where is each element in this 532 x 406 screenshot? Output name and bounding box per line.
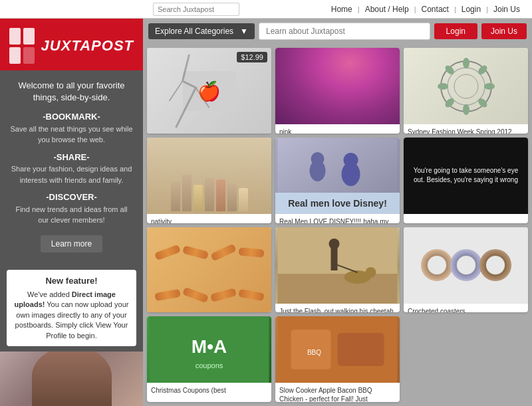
card-image xyxy=(147,138,271,214)
sidebar-bookmark-title: -BOOKMARK- xyxy=(9,110,134,124)
card-image: Real men love Disney! xyxy=(275,138,400,214)
sidebar-discover-desc: Find new trends and ideas from all our c… xyxy=(9,204,134,226)
svg-text:BBQ: BBQ xyxy=(307,349,321,356)
card-image xyxy=(404,48,528,124)
springroll xyxy=(238,247,264,257)
card-coasters: Crocheted coasters xyxy=(404,227,528,313)
learn-more-button[interactable]: Learn more xyxy=(41,235,102,253)
card-caption: nativity xyxy=(147,214,271,223)
svg-point-19 xyxy=(329,239,340,249)
svg-text:M•A: M•A xyxy=(192,336,227,357)
svg-point-9 xyxy=(438,83,448,90)
coaster xyxy=(425,253,449,277)
svg-point-15 xyxy=(344,153,358,167)
site-logo-text: JUXTAPOST xyxy=(41,39,134,53)
sidebar-bookmark-desc: Save all the neat things you see while y… xyxy=(9,124,134,146)
category-label: Explore All Categories xyxy=(155,27,233,36)
cards-grid: $12.99 🍎 Smashed laptop decal. $12.99. v… xyxy=(143,44,532,406)
card-image: M•A coupons xyxy=(147,316,271,383)
coasters-visual xyxy=(404,227,528,304)
cheetah-visual xyxy=(275,227,400,304)
springroll xyxy=(210,243,237,261)
springroll xyxy=(210,288,237,302)
nav-links: Home | About / Help | Contact | Login | … xyxy=(326,5,525,14)
logo-grid xyxy=(9,28,35,64)
search-area xyxy=(153,3,239,16)
figurine xyxy=(194,185,203,211)
card-laptop: $12.99 🍎 Smashed laptop decal. $12.99. v… xyxy=(147,48,271,134)
svg-rect-18 xyxy=(331,247,338,270)
card-chicken: BBQ Slow Cooker Apple Bacon BBQ Chicken … xyxy=(275,316,400,402)
nav-joinus[interactable]: Join Us xyxy=(488,5,525,14)
card-caption: Christmas Coupons (best xyxy=(147,383,271,398)
search-input[interactable] xyxy=(153,3,239,16)
svg-point-6 xyxy=(476,96,488,108)
sidebar-content: Welcome to all your favorite things, sid… xyxy=(0,70,143,264)
card-image xyxy=(404,227,528,304)
svg-point-8 xyxy=(444,96,456,108)
nativity-visual xyxy=(147,138,271,214)
springroll xyxy=(182,286,209,302)
sidebar-share-desc: Share your fashion, design ideas and int… xyxy=(9,163,134,185)
svg-rect-28 xyxy=(338,333,384,366)
quote-text: You're going to take someone's eye out. … xyxy=(410,166,521,185)
logo-cell xyxy=(23,47,35,64)
coaster xyxy=(483,253,507,277)
content-joinus-button[interactable]: Join Us xyxy=(481,23,527,39)
card-image xyxy=(275,227,400,304)
card-christmas: M•A coupons Christmas Coupons (best xyxy=(147,316,271,402)
top-navigation: Home | About / Help | Contact | Login | … xyxy=(0,0,532,19)
svg-point-2 xyxy=(454,74,478,98)
card-image: You're going to take someone's eye out. … xyxy=(404,138,528,214)
main-layout: JUXTAPOST Welcome to all your favorite t… xyxy=(0,19,532,406)
svg-point-4 xyxy=(476,64,488,76)
logo-cell xyxy=(9,28,21,45)
springrolls-visual xyxy=(147,227,271,313)
svg-point-3 xyxy=(463,58,469,68)
sidebar-bottom-image xyxy=(0,352,143,406)
logo-cell xyxy=(23,28,35,45)
card-caption: Slow Cooker Apple Bacon BBQ Chicken - pe… xyxy=(275,383,400,402)
new-feature-title: New feature! xyxy=(13,275,130,287)
category-dropdown[interactable]: Explore All Categories ▼ xyxy=(148,23,255,39)
logo-area: JUXTAPOST xyxy=(0,19,143,70)
coaster xyxy=(454,253,478,277)
card-caption: pink xyxy=(275,124,400,134)
nav-home[interactable]: Home xyxy=(326,5,358,14)
card-caption xyxy=(404,214,528,221)
figurine xyxy=(216,179,225,211)
card-image: $12.99 🍎 xyxy=(147,48,271,134)
card-caption: Real Men LOVE DISNEY!!!! haha my english… xyxy=(275,214,400,223)
nav-contact[interactable]: Contact xyxy=(416,5,454,14)
card-caption: Just the Flash, out walking his cheetah.… xyxy=(275,304,400,313)
sidebar-welcome: Welcome to all your favorite things, sid… xyxy=(9,80,134,104)
svg-point-5 xyxy=(484,83,495,90)
card-springrolls: Oven Baked Mozzarella Sticks using wonto… xyxy=(147,227,271,313)
springroll xyxy=(154,288,181,300)
card-image xyxy=(147,227,271,313)
content-area: Explore All Categories ▼ Login Join Us $… xyxy=(143,19,532,406)
card-cheetah: Just the Flash, out walking his cheetah.… xyxy=(275,227,400,313)
figurine xyxy=(227,183,237,211)
wreath-art xyxy=(404,48,528,124)
figurine xyxy=(239,188,248,211)
new-feature-box: New feature! We've added Direct image up… xyxy=(7,270,136,346)
sidebar-share-title: -SHARE- xyxy=(9,151,134,164)
content-login-button[interactable]: Login xyxy=(434,23,477,39)
logo-cell xyxy=(9,47,21,64)
card-quote: You're going to take someone's eye out. … xyxy=(404,138,528,223)
card-caption: Sydney Fashion Week Spring 2012 Street S… xyxy=(404,124,528,134)
svg-text:coupons: coupons xyxy=(196,361,223,369)
crack-overlay xyxy=(147,48,271,134)
learn-juxtapost-input[interactable] xyxy=(259,23,430,40)
svg-rect-17 xyxy=(278,274,398,304)
springroll xyxy=(154,244,181,260)
wreath-svg xyxy=(436,56,496,116)
card-sydney: Sydney Fashion Week Spring 2012 Street S… xyxy=(404,48,528,134)
content-topbar: Explore All Categories ▼ Login Join Us xyxy=(143,19,532,44)
springroll xyxy=(238,288,265,300)
card-caption: Crocheted coasters xyxy=(404,304,528,313)
nav-login[interactable]: Login xyxy=(456,5,486,14)
nav-about[interactable]: About / Help xyxy=(360,5,414,14)
figurine xyxy=(182,175,192,211)
